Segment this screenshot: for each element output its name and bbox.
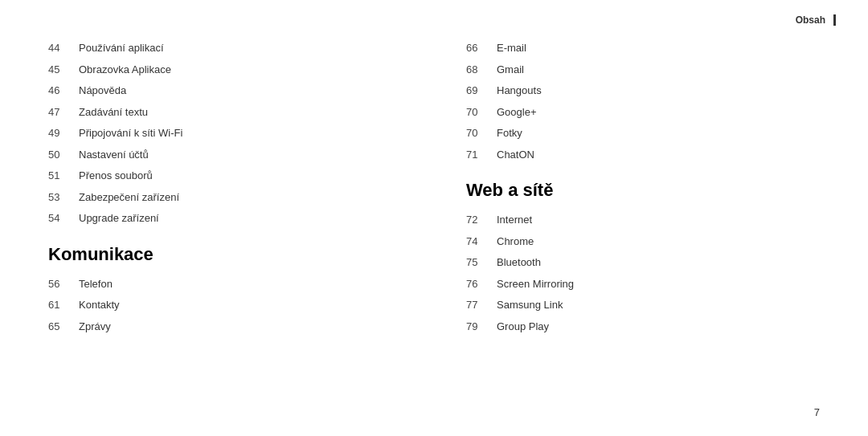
kommunikace-heading: Komunikace xyxy=(48,244,402,265)
toc-number: 61 xyxy=(48,297,79,313)
table-row: 70Fotky xyxy=(466,125,820,141)
toc-number: 76 xyxy=(466,276,497,292)
toc-number: 71 xyxy=(466,147,497,163)
table-row: 49Připojování k síti Wi-Fi xyxy=(48,125,402,141)
toc-label: Screen Mirroring xyxy=(497,276,574,292)
toc-number: 56 xyxy=(48,276,79,292)
toc-label: Gmail xyxy=(497,62,524,78)
table-row: 46Nápověda xyxy=(48,83,402,99)
table-row: 44Používání aplikací xyxy=(48,40,402,56)
web-heading: Web a sítě xyxy=(466,180,820,201)
toc-label: Chrome xyxy=(497,234,534,250)
table-row: 47Zadávání textu xyxy=(48,104,402,120)
table-row: 50Nastavení účtů xyxy=(48,147,402,163)
toc-number: 45 xyxy=(48,62,79,78)
toc-label: Obrazovka Aplikace xyxy=(79,62,171,78)
toc-number: 69 xyxy=(466,83,497,99)
header-label: Obsah xyxy=(796,14,825,26)
toc-number: 70 xyxy=(466,104,497,120)
toc-number: 74 xyxy=(466,234,497,250)
toc-number: 68 xyxy=(466,62,497,78)
toc-label: Přenos souborů xyxy=(79,168,153,184)
table-row: 66E-mail xyxy=(466,40,820,56)
table-row: 54Upgrade zařízení xyxy=(48,210,402,226)
table-row: 70Google+ xyxy=(466,104,820,120)
toc-label: Používání aplikací xyxy=(79,40,164,56)
toc-number: 65 xyxy=(48,319,79,335)
toc-label: Hangouts xyxy=(497,83,542,99)
toc-label: Zadávání textu xyxy=(79,104,148,120)
page-header: Obsah xyxy=(796,14,836,26)
toc-label: Telefon xyxy=(79,276,113,292)
toc-label: Bluetooth xyxy=(497,255,541,271)
toc-label: Zabezpečení zařízení xyxy=(79,189,179,206)
toc-number: 49 xyxy=(48,125,79,141)
table-row: 45Obrazovka Aplikace xyxy=(48,62,402,78)
table-row: 74Chrome xyxy=(466,234,820,250)
komunikace-items: 56Telefon61Kontakty65Zprávy xyxy=(48,276,402,335)
toc-number: 70 xyxy=(466,125,497,141)
toc-label: Fotky xyxy=(497,125,522,141)
table-row: 69Hangouts xyxy=(466,83,820,99)
table-row: 75Bluetooth xyxy=(466,255,820,271)
toc-label: E-mail xyxy=(497,40,526,56)
toc-number: 54 xyxy=(48,210,79,226)
toc-number: 50 xyxy=(48,147,79,163)
toc-label: Samsung Link xyxy=(497,297,563,313)
toc-label: Internet xyxy=(497,212,532,228)
toc-number: 75 xyxy=(466,255,497,271)
page-number: 7 xyxy=(814,406,820,418)
toc-label: Zprávy xyxy=(79,319,111,335)
toc-number: 66 xyxy=(466,40,497,56)
toc-number: 79 xyxy=(466,319,497,335)
table-row: 77Samsung Link xyxy=(466,297,820,313)
toc-label: Upgrade zařízení xyxy=(79,210,159,226)
table-row: 79Group Play xyxy=(466,319,820,335)
toc-label: Group Play xyxy=(497,319,549,335)
toc-label: Kontakty xyxy=(79,297,120,313)
toc-number: 72 xyxy=(466,212,497,228)
toc-number: 44 xyxy=(48,40,79,56)
toc-number: 51 xyxy=(48,168,79,184)
right-top-items: 66E-mail68Gmail69Hangouts70Google+70Fotk… xyxy=(466,40,820,162)
table-row: 68Gmail xyxy=(466,62,820,78)
toc-label: Nastavení účtů xyxy=(79,147,149,163)
table-row: 76Screen Mirroring xyxy=(466,276,820,292)
web-items: 72Internet74Chrome75Bluetooth76Screen Mi… xyxy=(466,212,820,334)
left-column: 44Používání aplikací45Obrazovka Aplikace… xyxy=(48,40,434,404)
table-row: 53Zabezpečení zařízení xyxy=(48,189,402,206)
right-column: 66E-mail68Gmail69Hangouts70Google+70Fotk… xyxy=(434,40,820,404)
toc-number: 46 xyxy=(48,83,79,99)
toc-label: ChatON xyxy=(497,147,534,163)
table-row: 61Kontakty xyxy=(48,297,402,313)
table-row: 71ChatON xyxy=(466,147,820,163)
table-row: 51Přenos souborů xyxy=(48,168,402,184)
table-row: 72Internet xyxy=(466,212,820,228)
left-top-items: 44Používání aplikací45Obrazovka Aplikace… xyxy=(48,40,402,226)
toc-label: Připojování k síti Wi-Fi xyxy=(79,125,182,141)
table-row: 56Telefon xyxy=(48,276,402,292)
content-wrapper: 44Používání aplikací45Obrazovka Aplikace… xyxy=(0,0,868,436)
toc-label: Nápověda xyxy=(79,83,126,99)
table-row: 65Zprávy xyxy=(48,319,402,335)
toc-number: 77 xyxy=(466,297,497,313)
toc-number: 47 xyxy=(48,104,79,120)
toc-number: 53 xyxy=(48,189,79,206)
toc-label: Google+ xyxy=(497,104,537,120)
